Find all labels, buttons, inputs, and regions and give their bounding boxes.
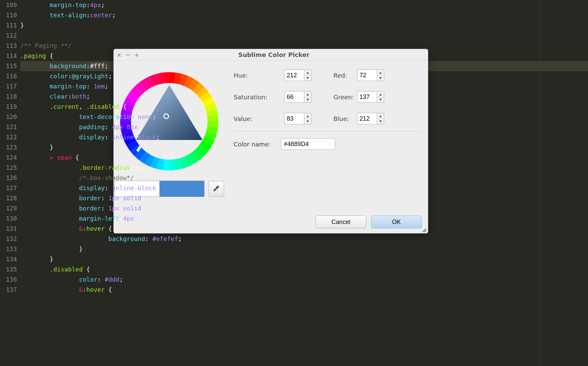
color-wheel[interactable] (120, 65, 218, 177)
chevron-up-icon[interactable]: ▲ (304, 70, 311, 76)
minimize-icon[interactable]: − (125, 52, 131, 58)
line-number: 116 (0, 71, 17, 81)
code-line[interactable]: .disabled { (20, 264, 588, 274)
line-number: 121 (0, 122, 17, 132)
line-number: 129 (0, 203, 17, 214)
code-line[interactable]: color: #ddd; (20, 274, 588, 285)
line-number: 128 (0, 193, 17, 203)
line-number: 112 (0, 30, 17, 41)
chevron-down-icon[interactable]: ▼ (304, 119, 311, 124)
red-input[interactable] (357, 69, 377, 81)
ok-button[interactable]: OK (371, 216, 422, 228)
code-line[interactable]: } (20, 254, 588, 264)
code-line[interactable]: text-align:center; (20, 10, 588, 20)
chevron-down-icon[interactable]: ▼ (304, 76, 311, 81)
resize-grip-icon[interactable]: ◢ (422, 227, 427, 232)
eyedropper-icon (213, 185, 220, 193)
blue-label: Blue: (317, 115, 357, 122)
chevron-up-icon[interactable]: ▲ (304, 92, 311, 97)
line-number: 119 (0, 102, 17, 112)
green-stepper[interactable]: ▲▼ (357, 91, 389, 103)
hue-stepper[interactable]: ▲▼ (284, 69, 317, 81)
line-number-gutter: 1091101111121131141151161171181191201211… (0, 0, 20, 366)
value-input[interactable] (284, 113, 304, 124)
green-label: Green: (317, 94, 357, 101)
code-line[interactable]: } (20, 244, 588, 254)
saturation-label: Saturation: (234, 94, 284, 101)
line-number: 111 (0, 20, 17, 30)
hue-input[interactable] (284, 69, 304, 81)
line-number: 124 (0, 152, 17, 163)
minimap-region[interactable] (541, 0, 588, 366)
line-number: 131 (0, 224, 17, 234)
close-icon[interactable]: × (116, 52, 123, 58)
line-number: 114 (0, 51, 17, 61)
line-number: 132 (0, 234, 17, 244)
blue-stepper[interactable]: ▲▼ (357, 113, 389, 124)
line-number: 120 (0, 112, 17, 122)
color-name-label: Color name: (234, 141, 271, 148)
chevron-down-icon[interactable]: ▼ (377, 97, 384, 103)
chevron-down-icon[interactable]: ▼ (377, 119, 384, 124)
line-number: 117 (0, 81, 17, 92)
code-line[interactable]: background: #efefef; (20, 234, 588, 244)
line-number: 133 (0, 244, 17, 254)
red-label: Red: (317, 72, 357, 79)
hue-label: Hue: (234, 72, 284, 79)
red-stepper[interactable]: ▲▼ (357, 69, 389, 81)
cancel-button[interactable]: Cancel (315, 216, 366, 228)
line-number: 127 (0, 183, 17, 193)
maximize-icon[interactable]: + (133, 52, 140, 58)
value-stepper[interactable]: ▲▼ (284, 113, 317, 124)
line-number: 122 (0, 132, 17, 142)
chevron-up-icon[interactable]: ▲ (377, 70, 384, 76)
blue-input[interactable] (357, 113, 377, 124)
chevron-up-icon[interactable]: ▲ (377, 92, 384, 97)
chevron-down-icon[interactable]: ▼ (377, 76, 384, 81)
value-label: Value: (234, 115, 284, 122)
line-number: 115 (0, 61, 17, 71)
line-number: 134 (0, 254, 17, 264)
line-number: 137 (0, 285, 17, 295)
dialog-title: Sublime Color Picker (142, 51, 426, 58)
chevron-up-icon[interactable]: ▲ (304, 113, 311, 119)
saturation-stepper[interactable]: ▲▼ (284, 91, 317, 103)
color-picker-dialog: × − + Sublime Color Picker (113, 49, 428, 233)
chevron-down-icon[interactable]: ▼ (304, 97, 311, 103)
line-number: 118 (0, 92, 17, 102)
line-number: 135 (0, 264, 17, 274)
green-input[interactable] (357, 91, 377, 103)
code-line[interactable] (20, 30, 588, 41)
divider (234, 131, 421, 131)
saturation-input[interactable] (284, 91, 304, 103)
line-number: 123 (0, 142, 17, 152)
line-number: 110 (0, 10, 17, 20)
line-number: 113 (0, 41, 17, 51)
color-name-input[interactable] (281, 138, 335, 150)
code-line[interactable]: } (20, 20, 588, 30)
line-number: 136 (0, 274, 17, 285)
chevron-up-icon[interactable]: ▲ (377, 113, 384, 119)
line-number: 130 (0, 214, 17, 224)
dialog-titlebar[interactable]: × − + Sublime Color Picker (114, 49, 428, 61)
code-line[interactable]: &:hover { (20, 285, 588, 295)
line-number: 125 (0, 163, 17, 173)
line-number: 126 (0, 173, 17, 183)
line-number: 109 (0, 0, 17, 10)
code-line[interactable]: margin-top:4px; (20, 0, 588, 10)
